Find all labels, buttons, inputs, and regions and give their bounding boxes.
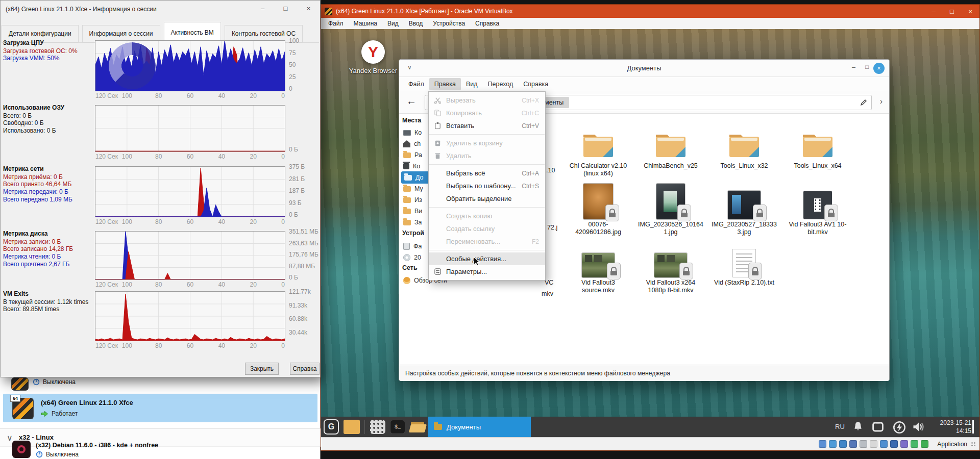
maximize-button[interactable]: □	[943, 8, 961, 15]
sidebar-item-desktop[interactable]: Ра	[403, 150, 422, 160]
menu-go[interactable]: Переход	[483, 78, 519, 90]
menu-item-make-link[interactable]: Создать ссылку	[429, 222, 545, 235]
menu-item-move-to-trash[interactable]: Удалить в корзину	[429, 137, 545, 149]
file-item-video[interactable]: Vid Fallout3 source.mkv	[564, 238, 633, 294]
forward-chevron-icon[interactable]: ›	[880, 97, 883, 106]
tab-vm-activity[interactable]: Активность ВМ	[164, 22, 221, 43]
folder-music-icon	[403, 186, 411, 192]
menu-help[interactable]: Справка	[518, 78, 553, 90]
taskbar-window-button-documents[interactable]: Документы	[428, 417, 531, 437]
back-icon[interactable]: ←	[406, 95, 416, 107]
minimize-button[interactable]: –	[251, 1, 274, 16]
maximize-button[interactable]: □	[865, 64, 869, 70]
sidebar-item-music[interactable]: Му	[403, 184, 423, 194]
app-finder-launcher[interactable]	[370, 420, 385, 434]
volume-icon[interactable]	[912, 421, 926, 435]
sidebar-item-optical-disc[interactable]: 20	[403, 252, 421, 263]
sidebar-item-downloads[interactable]: За	[403, 217, 422, 227]
menu-item-select-all[interactable]: Выбрать всёCtrl+A	[429, 167, 545, 180]
network-metric-block: Метрика сети Метрика приёма: 0 Б Всего п…	[3, 165, 94, 203]
help-button[interactable]: Справка	[290, 363, 320, 375]
sidebar-item-pictures[interactable]: Из	[403, 195, 422, 205]
menu-edit[interactable]: Правка	[429, 78, 461, 90]
virtualbox-vm-window: (x64) Green Linux 21.1.0 Xfce [Работает]…	[321, 4, 980, 451]
minimize-button[interactable]: –	[924, 8, 943, 15]
sidebar-item-home[interactable]: ch	[403, 139, 421, 149]
menu-item-custom-actions[interactable]: Особые действия...	[429, 252, 545, 265]
resize-grip[interactable]	[971, 442, 976, 447]
menu-item-copy[interactable]: КопироватьCtrl+C	[429, 107, 545, 119]
file-item-text[interactable]: Vid (StaxRip 2.10).txt	[709, 238, 779, 287]
file-manager-launcher[interactable]	[344, 420, 360, 434]
y-axis-labels: 351,51 МБ263,63 МБ175,76 МБ87,88 МБ0 Б	[289, 228, 323, 281]
vm-status-row[interactable]: Выключена	[33, 378, 76, 386]
applications-menu-button[interactable]: G	[324, 419, 339, 435]
close-button[interactable]: ×	[961, 8, 979, 15]
usb-status-icon[interactable]	[860, 440, 867, 448]
copy-icon	[433, 109, 442, 117]
menu-devices[interactable]: Устройства	[428, 20, 470, 27]
keyboard-capture-status-icon[interactable]	[921, 440, 928, 448]
file-item-image[interactable]: IMG_20230526_101641.jpg	[636, 180, 705, 236]
file-item-video[interactable]: Vid Fallout3 AV1 10-bit.mkv	[783, 180, 852, 236]
menu-item-invert-selection[interactable]: Обратить выделение	[429, 192, 545, 205]
menu-input[interactable]: Ввод	[404, 20, 428, 27]
lock-emblem-icon	[824, 205, 838, 221]
menu-item-preferences[interactable]: Параметры...	[429, 265, 545, 278]
display-settings-icon[interactable]	[871, 421, 885, 435]
debian-vm-name[interactable]: (x32) Debian 11.6.0 - i386 - kde + nonfr…	[36, 442, 158, 449]
desktop-shortcut-yandex-browser[interactable]: Y Yandex Browser	[344, 40, 403, 74]
file-item-video[interactable]: Vid Fallout3 x264 1080p 8-bit.mkv	[636, 238, 705, 294]
menu-item-select-by-pattern[interactable]: Выбрать по шаблону...Ctrl+S	[429, 180, 545, 192]
file-manager-statusbar: Настройка особых действий, которые появя…	[399, 365, 889, 381]
sidebar-item-trash[interactable]: Ко	[403, 161, 420, 171]
shared-folders-status-icon[interactable]	[870, 440, 877, 448]
file-item-image[interactable]: 00076-4209601286.jpg	[564, 180, 633, 236]
vm-list-selected-row[interactable]	[3, 394, 317, 422]
edit-path-icon[interactable]	[860, 98, 868, 108]
file-item-folder[interactable]: ChimbaBench_v25	[636, 121, 705, 170]
keyboard-layout-indicator[interactable]: RU	[835, 423, 845, 430]
menu-view[interactable]: Вид	[382, 20, 404, 27]
clock[interactable]: 2023-15-21 14:15	[929, 419, 971, 435]
file-item-folder[interactable]: Tools_Linux_x32	[709, 121, 779, 170]
menu-item-delete[interactable]: Удалить	[429, 149, 545, 162]
terminal-launcher[interactable]: $_	[390, 420, 405, 434]
desktop-shortcut-label: Yandex Browser	[344, 67, 403, 74]
display-status-icon[interactable]	[880, 440, 888, 448]
menu-file[interactable]: Файл	[403, 78, 429, 90]
file-item-folder[interactable]: Tools_Linux_x64	[783, 121, 852, 170]
sidebar-item-videos[interactable]: Ви	[403, 206, 422, 216]
network-status-icon[interactable]	[849, 440, 857, 448]
optical-disc-status-icon[interactable]	[829, 440, 837, 448]
menu-item-cut[interactable]: ВырезатьCtrl+X	[429, 94, 545, 107]
notifications-bell-icon[interactable]	[852, 421, 864, 435]
menu-item-rename[interactable]: Переименовать...F2	[429, 235, 545, 248]
recording-status-icon[interactable]	[890, 440, 898, 448]
audio-status-icon[interactable]	[839, 440, 847, 448]
sidebar-item-filesystem[interactable]: Фа	[403, 241, 422, 251]
open-folder-launcher[interactable]	[410, 420, 427, 434]
cpu-load-chart: 1007550250 120 Сек100806040200	[95, 40, 285, 91]
minimize-button[interactable]: –	[852, 64, 855, 71]
menu-item-duplicate[interactable]: Создать копию	[429, 210, 545, 222]
menu-machine[interactable]: Машина	[349, 20, 382, 27]
close-dialog-button[interactable]: Закрыть	[245, 363, 279, 375]
menu-file[interactable]: Файл	[323, 20, 349, 27]
menu-help[interactable]: Справка	[470, 20, 504, 27]
file-item-folder[interactable]: Chi Calculator v2.10 (linux x64)	[564, 121, 633, 177]
menu-view[interactable]: Вид	[461, 78, 483, 90]
close-button[interactable]: ×	[873, 63, 885, 74]
ram-usage-chart: 0 Б 120 Сек100806040200	[95, 105, 285, 152]
collapse-chevron-icon[interactable]: ∨	[7, 433, 13, 443]
menu-item-paste[interactable]: ВставитьCtrl+V	[429, 119, 545, 132]
power-manager-icon[interactable]	[893, 421, 906, 436]
mouse-integration-status-icon[interactable]	[911, 440, 918, 448]
close-button[interactable]: ×	[297, 1, 320, 16]
tab-guest-control[interactable]: Контроль гостевой ОС	[225, 25, 303, 42]
file-item-image[interactable]: IMG_20230527_183333.jpg	[709, 180, 779, 236]
sidebar-item-computer[interactable]: Ко	[403, 128, 422, 138]
hard-disk-status-icon[interactable]	[819, 440, 826, 448]
maximize-button[interactable]: □	[274, 1, 297, 16]
features-status-icon[interactable]	[900, 440, 908, 448]
